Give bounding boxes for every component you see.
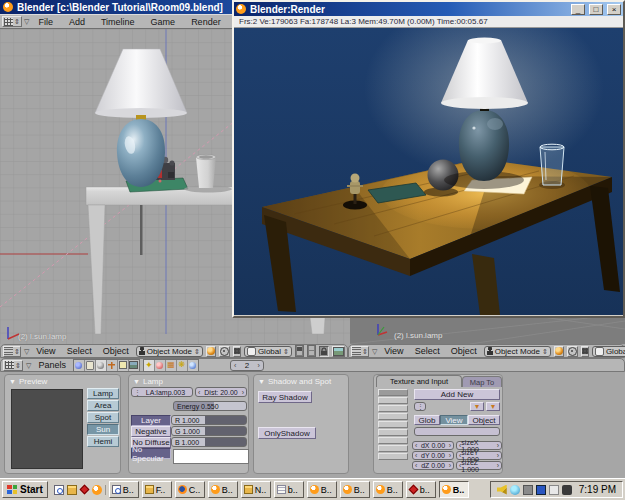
- task-button-6[interactable]: b..: [274, 481, 304, 498]
- coord-view-button[interactable]: View: [440, 415, 468, 425]
- window-type-button[interactable]: ⇕: [3, 346, 21, 357]
- task-button-2[interactable]: F..: [142, 481, 172, 498]
- restore-button[interactable]: □: [589, 4, 603, 15]
- dx-field[interactable]: ‹ dX 0.00 ›: [412, 441, 454, 450]
- texture-slot-2[interactable]: [378, 397, 408, 404]
- tab-map-to[interactable]: Map To: [462, 376, 502, 387]
- window-type-button[interactable]: ⇕: [3, 360, 23, 371]
- menu-object[interactable]: Object: [99, 346, 133, 356]
- only-shadow-button[interactable]: OnlyShadow: [258, 427, 316, 439]
- dz-field[interactable]: ‹ dZ 0.00 ›: [412, 461, 454, 470]
- menu-render[interactable]: Render: [184, 17, 228, 27]
- texture-slot-8[interactable]: [378, 445, 408, 452]
- close-button[interactable]: ×: [607, 4, 621, 15]
- radiosity-buttons-button[interactable]: ❋: [177, 360, 188, 371]
- logic-context-button[interactable]: [74, 360, 85, 371]
- no-specular-toggle[interactable]: No Specular: [131, 448, 171, 459]
- lamp-type-sun[interactable]: Sun: [87, 424, 119, 435]
- window-type-button[interactable]: ⇕: [2, 16, 22, 27]
- tray-icon[interactable]: [549, 485, 559, 495]
- shading-context-button[interactable]: [96, 360, 107, 371]
- lamp-type-spot[interactable]: Spot: [87, 412, 119, 423]
- manipulator-button[interactable]: [581, 346, 589, 357]
- texture-slot-3[interactable]: [378, 405, 408, 412]
- mode-dropdown[interactable]: Object Mode ⇕: [484, 346, 551, 357]
- texture-slot-4[interactable]: [378, 413, 408, 420]
- task-button-3[interactable]: C..: [175, 481, 205, 498]
- dist-field[interactable]: ‹ Dist: 20.00 ›: [195, 387, 247, 397]
- r-slider[interactable]: R 1.000: [171, 415, 247, 425]
- scene-context-button[interactable]: [129, 360, 139, 371]
- object-context-button[interactable]: [107, 360, 118, 371]
- lamp-panel-header[interactable]: ▼ Lamp: [129, 375, 248, 386]
- menu-timeline[interactable]: Timeline: [94, 17, 142, 27]
- volume-icon[interactable]: [497, 485, 507, 495]
- layer-buttons-group1[interactable]: [295, 345, 304, 357]
- coord-object-button[interactable]: Object: [468, 415, 500, 425]
- render-preview-button[interactable]: [332, 346, 345, 357]
- world-buttons-button[interactable]: [188, 360, 198, 371]
- preview-panel-header[interactable]: ▼ Preview: [5, 375, 120, 386]
- gear-tray-icon[interactable]: [523, 485, 533, 495]
- draw-type-button[interactable]: [554, 346, 564, 357]
- quicklaunch-folder-icon[interactable]: [67, 485, 77, 495]
- quicklaunch-media-icon[interactable]: [79, 485, 89, 495]
- camera-tray-icon[interactable]: [562, 485, 572, 495]
- coord-glob-button[interactable]: Glob: [414, 415, 440, 425]
- window-type-button[interactable]: ⇕: [351, 346, 369, 357]
- pivot-button[interactable]: [567, 346, 578, 357]
- task-button-7[interactable]: B..: [307, 481, 337, 498]
- task-button-9[interactable]: B..: [373, 481, 403, 498]
- object-name-field[interactable]: [414, 427, 500, 436]
- shadow-panel-header[interactable]: ▼ Shadow and Spot: [254, 375, 348, 386]
- task-button-10[interactable]: b..: [406, 481, 436, 498]
- menu-view[interactable]: View: [380, 346, 407, 356]
- tab-texture-and-input[interactable]: Texture and Input: [376, 375, 462, 387]
- draw-type-button[interactable]: [206, 346, 216, 357]
- collapse-icon[interactable]: ▽: [372, 348, 377, 355]
- lamp-datablock-field[interactable]: ⋮ LA:lamp.003: [131, 387, 193, 397]
- material-buttons-button[interactable]: [155, 360, 166, 371]
- lamp-type-area[interactable]: Area: [87, 400, 119, 411]
- task-button-1[interactable]: B..: [109, 481, 139, 498]
- quicklaunch-blender-icon[interactable]: [92, 485, 102, 495]
- texture-clear-button[interactable]: ▾: [486, 402, 500, 411]
- menu-object[interactable]: Object: [447, 346, 481, 356]
- render-window-titlebar[interactable]: Blender:Render _ □ ×: [234, 2, 623, 16]
- menu-view[interactable]: View: [32, 346, 59, 356]
- texture-slot-7[interactable]: [378, 437, 408, 444]
- editing-context-button[interactable]: [118, 360, 129, 371]
- ray-shadow-button[interactable]: Ray Shadow: [258, 391, 312, 403]
- texture-buttons-button[interactable]: ▦: [166, 360, 177, 371]
- start-button[interactable]: Start: [2, 481, 48, 498]
- texture-slot-9[interactable]: [378, 453, 408, 460]
- texture-slot-6[interactable]: [378, 429, 408, 436]
- texture-browse-field[interactable]: ⋮: [414, 402, 426, 411]
- minimize-button[interactable]: _: [571, 4, 585, 15]
- lamp-buttons-button[interactable]: ✦: [144, 360, 155, 371]
- lamp-type-lamp[interactable]: Lamp: [87, 388, 119, 399]
- lamp-type-hemi[interactable]: Hemi: [87, 436, 119, 447]
- add-new-button[interactable]: Add New: [414, 389, 500, 400]
- lock-button[interactable]: [319, 346, 329, 357]
- task-button-5[interactable]: N..: [241, 481, 271, 498]
- layer-buttons-group2[interactable]: [307, 345, 316, 357]
- layer-toggle[interactable]: Layer: [131, 415, 171, 426]
- mode-dropdown[interactable]: Object Mode ⇕: [136, 346, 203, 357]
- dy-field[interactable]: ‹ dY 0.00 ›: [412, 451, 454, 460]
- task-button-8[interactable]: B..: [340, 481, 370, 498]
- task-button-11[interactable]: B..: [439, 481, 469, 498]
- quicklaunch-explorer-icon[interactable]: [54, 485, 64, 495]
- script-context-button[interactable]: [85, 360, 96, 371]
- menu-select[interactable]: Select: [411, 346, 444, 356]
- texture-slot-1[interactable]: [378, 389, 408, 396]
- energy-slider[interactable]: Energy 0.550: [173, 401, 247, 411]
- display-tray-icon[interactable]: [536, 485, 546, 495]
- b-slider[interactable]: B 1.000: [171, 437, 247, 447]
- menu-select[interactable]: Select: [63, 346, 96, 356]
- menu-add[interactable]: Add: [62, 17, 92, 27]
- task-button-4[interactable]: B..: [208, 481, 238, 498]
- lamp-color-swatch[interactable]: [173, 449, 249, 464]
- orientation-dropdown[interactable]: Global ⇕: [592, 346, 625, 357]
- frame-number-field[interactable]: ‹ 2 ›: [230, 360, 264, 371]
